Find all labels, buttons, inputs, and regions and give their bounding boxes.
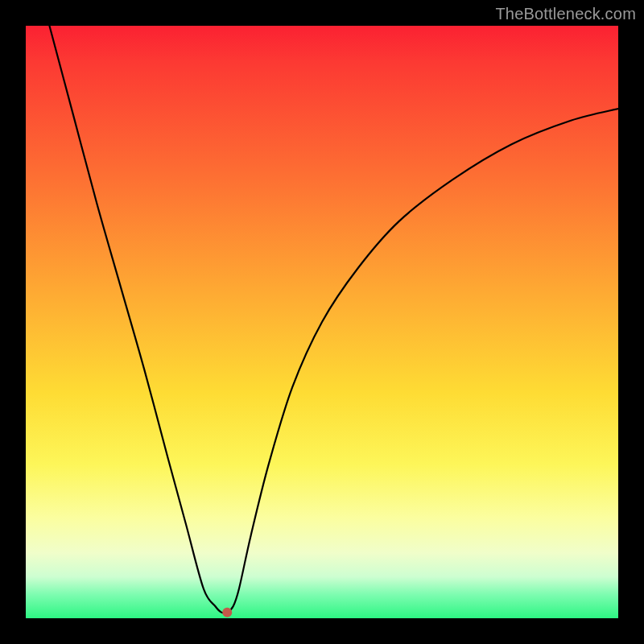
chart-frame: TheBottleneck.com (0, 0, 644, 644)
bottleneck-curve (49, 26, 618, 613)
watermark-text: TheBottleneck.com (495, 5, 636, 23)
curve-svg (26, 26, 618, 618)
minimum-marker (222, 608, 232, 617)
plot-area (26, 26, 618, 618)
